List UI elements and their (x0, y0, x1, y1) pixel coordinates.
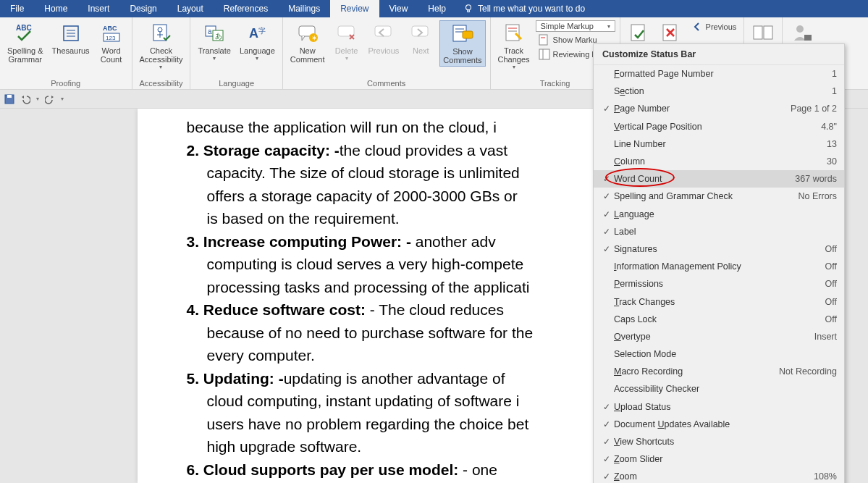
statusbar-item-vertical-page-position[interactable]: Vertical Page Position4.8" (594, 118, 844, 135)
translate-icon: aあ (203, 22, 226, 45)
tab-view[interactable]: View (379, 0, 418, 17)
statusbar-item-zoom-slider[interactable]: ✓Zoom Slider (594, 450, 844, 468)
statusbar-item-information-management-policy[interactable]: Information Management PolicyOff (594, 258, 844, 275)
statusbar-item-accessibility-checker[interactable]: Accessibility Checker (594, 380, 844, 398)
next-comment-button[interactable]: Next (405, 20, 437, 56)
item-value: Not Recording (779, 366, 837, 377)
item-label: Language (614, 209, 837, 219)
tab-insert[interactable]: Insert (77, 0, 119, 17)
item-label: Section (614, 86, 832, 96)
tab-references[interactable]: References (214, 0, 278, 17)
redo-icon[interactable] (45, 94, 55, 104)
delete-label: Delete (335, 46, 358, 55)
markup-value: Simple Markup (541, 22, 594, 30)
item-value: 1 (832, 69, 837, 79)
statusbar-item-overtype[interactable]: OvertypeInsert (594, 328, 844, 345)
item-value: Off (825, 244, 837, 254)
statusbar-item-section[interactable]: Section1 (594, 83, 844, 100)
statusbar-item-track-changes[interactable]: Track ChangesOff (594, 293, 844, 310)
statusbar-item-spelling-and-grammar-check[interactable]: ✓Spelling and Grammar CheckNo Errors (594, 188, 844, 205)
item-value: Page 1 of 2 (791, 104, 837, 114)
svg-text:あ: あ (215, 32, 222, 40)
thesaurus-icon (59, 22, 83, 45)
previous-change-icon (691, 21, 703, 33)
svg-rect-27 (463, 31, 473, 38)
item-label: Spelling and Grammar Check (614, 191, 799, 201)
markup-dropdown[interactable]: Simple Markup ▾ (536, 20, 615, 32)
dropdown-icon: ▾ (256, 55, 258, 62)
group-comments: ✶ New Comment Delete ▾ Previous Next Sho… (283, 17, 491, 89)
delete-comment-button[interactable]: Delete ▾ (331, 20, 363, 63)
tab-design[interactable]: Design (119, 0, 167, 17)
statusbar-item-signatures[interactable]: ✓SignaturesOff (594, 240, 844, 258)
svg-text:123: 123 (106, 35, 116, 41)
check-icon: ✓ (599, 209, 614, 219)
svg-rect-1 (468, 10, 470, 12)
qat-customize-icon[interactable]: ▾ (61, 96, 64, 102)
tab-layout[interactable]: Layout (167, 0, 214, 17)
statusbar-item-column[interactable]: Column30 (594, 153, 844, 170)
item-value: Off (825, 279, 837, 289)
language-button[interactable]: A字 Language ▾ (237, 20, 278, 63)
translate-button[interactable]: aあ Translate ▾ (195, 20, 233, 63)
save-icon[interactable] (4, 94, 14, 104)
tab-help[interactable]: Help (418, 0, 456, 17)
svg-text:a: a (208, 28, 212, 35)
previous-comment-button[interactable]: Previous (366, 20, 403, 56)
previous-comment-icon (372, 22, 395, 45)
tab-review[interactable]: Review (330, 0, 379, 17)
statusbar-item-page-number[interactable]: ✓Page NumberPage 1 of 2 (594, 100, 844, 117)
check-icon: ✓ (599, 191, 614, 201)
tell-me[interactable]: Tell me what you want to do (456, 4, 592, 14)
item-label: Page Number (614, 104, 791, 114)
item-value: 1 (832, 86, 837, 96)
svg-text:A: A (249, 26, 258, 41)
statusbar-item-selection-mode[interactable]: Selection Mode (594, 345, 844, 363)
statusbar-item-label[interactable]: ✓Label (594, 223, 844, 240)
item-label: Overtype (614, 332, 814, 342)
undo-dropdown-icon[interactable]: ▾ (36, 96, 39, 102)
spelling-grammar-button[interactable]: ABC Spelling & Grammar (4, 20, 46, 65)
word-count-label: Word Count (101, 46, 122, 64)
thesaurus-label: Thesaurus (52, 46, 90, 55)
language-label: Language (240, 46, 275, 55)
word-count-icon: ABC123 (100, 22, 123, 45)
thesaurus-button[interactable]: Thesaurus (49, 20, 93, 56)
previous-change-label: Previous (706, 22, 737, 31)
dropdown-icon: ▾ (213, 55, 216, 62)
statusbar-item-formatted-page-number[interactable]: Formatted Page Number1 (594, 65, 844, 83)
statusbar-item-caps-lock[interactable]: Caps LockOff (594, 311, 844, 328)
svg-text:字: 字 (258, 27, 266, 35)
item-label: Zoom (614, 471, 814, 482)
statusbar-item-word-count[interactable]: ✓Word Count367 words (594, 170, 844, 188)
svg-point-39 (796, 25, 804, 33)
statusbar-item-zoom[interactable]: ✓Zoom108% (594, 468, 844, 483)
tab-file[interactable]: File (0, 0, 34, 17)
show-comments-button[interactable]: Show Comments (439, 20, 485, 67)
statusbar-item-macro-recording[interactable]: Macro RecordingNot Recording (594, 363, 844, 380)
statusbar-item-view-shortcuts[interactable]: ✓View Shortcuts (594, 433, 844, 450)
undo-icon[interactable] (20, 94, 30, 104)
previous-change-button[interactable]: Previous (688, 20, 740, 33)
tab-home[interactable]: Home (34, 0, 77, 17)
check-accessibility-button[interactable]: Check Accessibility ▾ (137, 20, 186, 72)
tell-me-label: Tell me what you want to do (478, 4, 585, 14)
statusbar-item-upload-status[interactable]: ✓Upload Status (594, 398, 844, 416)
statusbar-item-language[interactable]: ✓Language (594, 206, 844, 223)
svg-point-0 (466, 5, 471, 10)
statusbar-item-document-updates-available[interactable]: ✓Document Updates Available (594, 416, 844, 433)
item-value: 108% (814, 471, 837, 482)
item-label: Document Updates Available (614, 419, 837, 429)
track-changes-button[interactable]: Track Changes ▾ (495, 20, 533, 72)
check-icon: ✓ (599, 244, 614, 254)
word-count-button[interactable]: ABC123 Word Count (96, 20, 127, 65)
new-comment-button[interactable]: ✶ New Comment (287, 20, 328, 65)
svg-rect-28 (506, 25, 519, 41)
show-markup-label: Show Marku (553, 35, 597, 44)
reviewing-pane-icon (539, 49, 550, 60)
tab-mailings[interactable]: Mailings (278, 0, 330, 17)
check-accessibility-label: Check Accessibility (140, 46, 183, 64)
statusbar-item-permissions[interactable]: PermissionsOff (594, 275, 844, 293)
statusbar-item-line-number[interactable]: Line Number13 (594, 135, 844, 153)
accept-icon (628, 22, 651, 45)
